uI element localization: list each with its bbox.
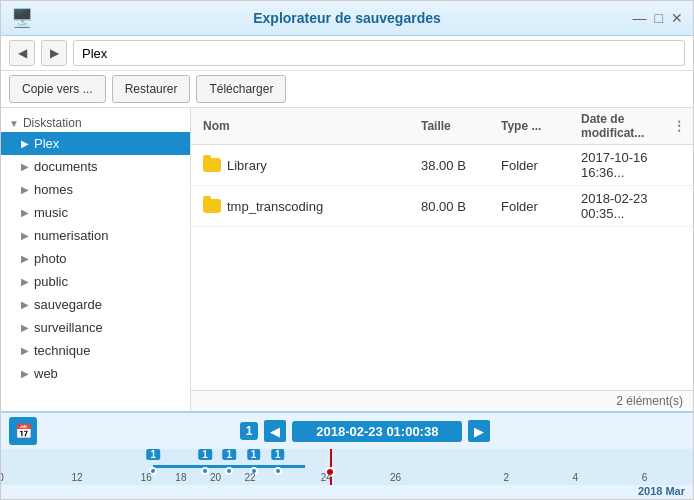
- file-size: 38.00 B: [421, 158, 501, 173]
- telecharger-button[interactable]: Télécharger: [196, 75, 286, 103]
- window-title: Explorateur de sauvegardes: [253, 10, 441, 26]
- sidebar: ▼ Diskstation ▶ Plex ▶ documents ▶ homes…: [1, 108, 191, 411]
- folder-icon: [203, 199, 221, 213]
- ruler-tick-0: 0: [1, 472, 4, 483]
- sidebar-item-homes[interactable]: ▶ homes: [1, 178, 190, 201]
- timeline: 📅 1 ◀ 2018-02-23 01:00:38 ▶ 1 1: [1, 411, 693, 499]
- timeline-date: 2018-02-23 01:00:38: [292, 421, 462, 442]
- sidebar-item-label: technique: [34, 343, 90, 358]
- timeline-bottom-label: 2018 Mar: [1, 485, 693, 499]
- sidebar-item-numerisation[interactable]: ▶ numerisation: [1, 224, 190, 247]
- sidebar-arrow: ▶: [21, 299, 29, 310]
- file-size: 80.00 B: [421, 199, 501, 214]
- addressbar: ◀ ▶: [1, 36, 693, 71]
- sidebar-item-label: sauvegarde: [34, 297, 102, 312]
- timeline-next-button[interactable]: ▶: [468, 420, 490, 442]
- sidebar-item-technique[interactable]: ▶ technique: [1, 339, 190, 362]
- sidebar-arrow: ▶: [21, 230, 29, 241]
- sidebar-item-public[interactable]: ▶ public: [1, 270, 190, 293]
- sidebar-item-music[interactable]: ▶ music: [1, 201, 190, 224]
- sidebar-item-documents[interactable]: ▶ documents: [1, 155, 190, 178]
- file-type: Folder: [501, 158, 581, 173]
- sidebar-item-label: music: [34, 205, 68, 220]
- sidebar-item-sauvegarde[interactable]: ▶ sauvegarde: [1, 293, 190, 316]
- minimize-button[interactable]: —: [633, 11, 647, 25]
- app-window: 🖥️ Explorateur de sauvegardes — □ ✕ ◀ ▶ …: [0, 0, 694, 500]
- forward-button[interactable]: ▶: [41, 40, 67, 66]
- file-date: 2017-10-16 16:36...: [581, 150, 693, 180]
- sidebar-item-label: surveillance: [34, 320, 103, 335]
- ruler-dot-2[interactable]: [201, 467, 209, 475]
- ruler-tick-16: 16: [141, 472, 152, 483]
- col-more-header[interactable]: ⋮: [673, 119, 693, 133]
- maximize-button[interactable]: □: [655, 11, 663, 25]
- ruler-tick-2: 2: [503, 472, 509, 483]
- file-date: 2018-02-23 00:35...: [581, 191, 693, 221]
- sidebar-section: ▼ Diskstation: [1, 112, 190, 132]
- snapshot-number: 1: [240, 422, 259, 440]
- timeline-ruler[interactable]: 1 1 1 1 1 0 12 16 18: [1, 449, 693, 485]
- app-icon: 🖥️: [11, 7, 33, 29]
- restaurer-button[interactable]: Restaurer: [112, 75, 191, 103]
- folder-icon: [203, 158, 221, 172]
- filepanel: Nom Taille Type ... Date de modificat...…: [191, 108, 693, 411]
- sidebar-arrow: ▶: [21, 161, 29, 172]
- sidebar-arrow: ▶: [21, 253, 29, 264]
- back-button[interactable]: ◀: [9, 40, 35, 66]
- snapshot-badge-1: 1: [146, 449, 160, 460]
- main-content: ▼ Diskstation ▶ Plex ▶ documents ▶ homes…: [1, 108, 693, 411]
- sidebar-item-label: Plex: [34, 136, 59, 151]
- timeline-top: 📅 1 ◀ 2018-02-23 01:00:38 ▶: [1, 413, 693, 449]
- table-row[interactable]: tmp_transcoding 80.00 B Folder 2018-02-2…: [191, 186, 693, 227]
- sidebar-item-label: web: [34, 366, 58, 381]
- status-bar: 2 élément(s): [191, 390, 693, 411]
- sidebar-arrow: ▶: [21, 322, 29, 333]
- file-type: Folder: [501, 199, 581, 214]
- timeline-nav: 1 ◀ 2018-02-23 01:00:38 ▶: [45, 420, 685, 442]
- col-type-header: Type ...: [501, 119, 581, 133]
- sidebar-item-label: homes: [34, 182, 73, 197]
- file-name: tmp_transcoding: [191, 199, 421, 214]
- ruler-tick-6: 6: [642, 472, 648, 483]
- snapshot-badge-3: 1: [223, 449, 237, 460]
- file-name: Library: [191, 158, 421, 173]
- close-button[interactable]: ✕: [671, 11, 683, 25]
- ruler-tick-4: 4: [573, 472, 579, 483]
- ruler-tick-22: 22: [245, 472, 256, 483]
- sidebar-item-plex[interactable]: ▶ Plex: [1, 132, 190, 155]
- col-date-header: Date de modificat...: [581, 112, 673, 140]
- table-row[interactable]: Library 38.00 B Folder 2017-10-16 16:36.…: [191, 145, 693, 186]
- ruler-dot-5[interactable]: [274, 467, 282, 475]
- item-count: 2 élément(s): [616, 394, 683, 408]
- ruler-tick-18: 18: [175, 472, 186, 483]
- sidebar-arrow: ▶: [21, 138, 29, 149]
- snapshot-badge-4: 1: [247, 449, 261, 460]
- sidebar-item-web[interactable]: ▶ web: [1, 362, 190, 385]
- sidebar-item-surveillance[interactable]: ▶ surveillance: [1, 316, 190, 339]
- sidebar-arrow: ▶: [21, 276, 29, 287]
- toolbar: Copie vers ... Restaurer Télécharger: [1, 71, 693, 108]
- sidebar-item-label: photo: [34, 251, 67, 266]
- titlebar-left: 🖥️: [11, 7, 33, 29]
- col-taille-header: Taille: [421, 119, 501, 133]
- timeline-prev-button[interactable]: ◀: [264, 420, 286, 442]
- ruler-tick-26: 26: [390, 472, 401, 483]
- file-list: Library 38.00 B Folder 2017-10-16 16:36.…: [191, 145, 693, 390]
- ruler-tick-12: 12: [72, 472, 83, 483]
- address-input[interactable]: [73, 40, 685, 66]
- sidebar-arrow: ▶: [21, 345, 29, 356]
- file-name-text: Library: [227, 158, 267, 173]
- ruler-track: 1 1 1 1 1 0 12 16 18: [1, 449, 693, 485]
- copie-button[interactable]: Copie vers ...: [9, 75, 106, 103]
- titlebar: 🖥️ Explorateur de sauvegardes — □ ✕: [1, 1, 693, 36]
- ruler-tick-20: 20: [210, 472, 221, 483]
- calendar-icon[interactable]: 📅: [9, 417, 37, 445]
- sidebar-item-label: numerisation: [34, 228, 108, 243]
- titlebar-controls: — □ ✕: [633, 11, 683, 25]
- sidebar-item-photo[interactable]: ▶ photo: [1, 247, 190, 270]
- ruler-dot-3[interactable]: [225, 467, 233, 475]
- section-label: Diskstation: [23, 116, 82, 130]
- snapshot-badge-5: 1: [271, 449, 285, 460]
- column-header: Nom Taille Type ... Date de modificat...…: [191, 108, 693, 145]
- snapshot-badge-2: 1: [198, 449, 212, 460]
